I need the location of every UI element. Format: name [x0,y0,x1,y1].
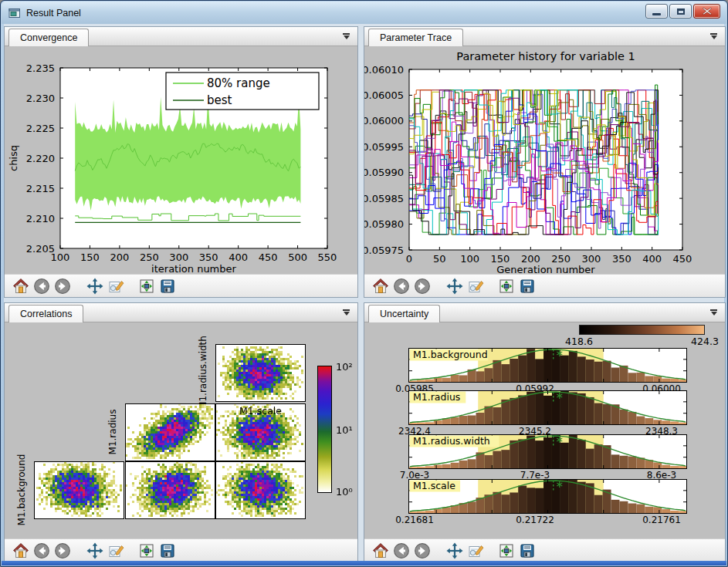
save-button[interactable] [516,541,537,561]
customize-icon [467,278,484,295]
back-button[interactable] [31,276,52,296]
pan-icon [86,278,103,295]
home-button[interactable] [10,276,31,296]
home-button[interactable] [370,541,391,561]
svg-text:Generation number: Generation number [496,264,595,274]
correlations-figure[interactable]: M1.radius.widthM1.radiusM1.scaleM1.backg… [5,322,357,538]
pan-icon [446,278,463,295]
maximize-button[interactable] [669,4,692,19]
forward-icon [414,542,431,559]
parameter-trace-panel: Parameter Trace Parameter history for va… [364,26,726,298]
correlation-cell-0-2[interactable] [215,344,306,402]
pan-button[interactable] [444,276,465,296]
save-button[interactable] [157,276,178,296]
correlation-cell-2-0[interactable] [34,461,124,519]
histogram-M1.scale[interactable]: M1.scale [408,479,687,514]
svg-text:350: 350 [199,251,218,263]
svg-text:2.220: 2.220 [26,153,55,164]
svg-text:M1.background: M1.background [413,349,488,360]
svg-text:2.225: 2.225 [26,123,55,134]
svg-text:M1.radius: M1.radius [413,391,460,403]
convergence-panel: Convergence 2.2052.2102.2152.2202.2252.2… [4,26,358,298]
tab-convergence[interactable]: Convergence [8,29,89,46]
correlations-panel: Correlations M1.radius.widthM1.radiusM1.… [4,302,358,562]
trace-tabbar: Parameter Trace [364,27,725,46]
svg-text:0.06010: 0.06010 [364,64,404,76]
subplots-button[interactable] [136,276,157,296]
save-icon [519,542,536,559]
pan-icon [446,542,463,559]
home-icon [12,278,29,295]
correlation-cell-2-2[interactable] [215,461,306,519]
trace-toolbar [364,274,725,297]
forward-button[interactable] [411,541,432,561]
subplots-button[interactable] [496,541,516,561]
back-button[interactable] [391,541,411,561]
svg-text:0.05995: 0.05995 [364,141,404,153]
tab-uncertainty[interactable]: Uncertainty [368,305,440,322]
correlation-cell-1-1[interactable] [125,403,215,461]
tab-list-dropdown-icon[interactable] [342,309,350,316]
uncertainty-tabbar: Uncertainty [364,303,725,322]
tab-parameter-trace[interactable]: Parameter Trace [368,29,463,46]
svg-text:2.235: 2.235 [26,62,55,74]
close-button[interactable] [693,4,720,19]
customize-icon [107,542,124,559]
back-button[interactable] [31,541,52,561]
svg-text:M1.scale: M1.scale [413,480,455,491]
pan-button[interactable] [84,541,105,561]
colorbar-tick-label: 10² [336,361,353,373]
histogram-M1.background[interactable]: M1.background [408,348,687,383]
correlation-cell-2-1[interactable] [125,461,215,519]
save-button[interactable] [157,541,178,561]
result-panel-window: Result Panel Convergence 2.2052.2102.215… [0,0,728,567]
tab-correlations[interactable]: Correlations [8,305,83,322]
save-icon [159,542,176,559]
titlebar[interactable]: Result Panel [2,2,726,24]
corr-row-label: M1.radius.width [198,336,208,410]
save-button[interactable] [516,276,537,296]
subplots-button[interactable] [496,276,516,296]
tab-list-dropdown-icon[interactable] [342,33,350,39]
back-icon [33,542,50,559]
histogram-xtick-label: 0.21761 [642,515,681,525]
svg-text:best: best [207,93,232,107]
convergence-figure[interactable]: 2.2052.2102.2152.2202.2252.2302.23510015… [5,46,357,274]
svg-text:550: 550 [318,251,337,263]
histogram-M1.radius.width[interactable]: M1.radius.width [408,434,687,469]
save-icon [519,278,536,295]
forward-button[interactable] [411,276,432,296]
customize-button[interactable] [465,541,486,561]
svg-text:500: 500 [288,251,307,263]
svg-text:450: 450 [673,253,692,265]
svg-text:iteration number: iteration number [151,263,236,274]
svg-text:0.05975: 0.05975 [364,245,404,256]
customize-button[interactable] [105,541,126,561]
maximize-icon [677,8,685,15]
subplots-button[interactable] [136,541,157,561]
tab-list-dropdown-icon[interactable] [709,309,718,316]
forward-button[interactable] [52,276,73,296]
histogram-M1.radius[interactable]: M1.radius [408,390,687,425]
home-button[interactable] [370,276,391,296]
corr-row-label: M1.background [16,454,27,525]
trace-figure[interactable]: Parameter history for variable 10.059750… [364,46,725,274]
uncertainty-figure[interactable]: 418.6424.3M1.background0.059850.059920.0… [364,322,725,538]
home-icon [372,542,389,559]
pan-button[interactable] [84,276,105,296]
correlations-tabbar: Correlations [5,303,357,322]
pan-button[interactable] [444,541,465,561]
convergence-tabbar: Convergence [5,27,357,46]
home-button[interactable] [10,541,31,561]
svg-text:50: 50 [433,253,446,265]
window-bottom-frame [2,561,726,565]
forward-button[interactable] [52,541,73,561]
customize-button[interactable] [465,276,486,296]
back-button[interactable] [391,276,411,296]
minimize-button[interactable] [645,4,668,19]
correlations-colorbar [317,366,332,493]
tab-list-dropdown-icon[interactable] [709,33,718,39]
window-title: Result Panel [26,8,81,19]
customize-icon [107,278,124,295]
customize-button[interactable] [105,276,126,296]
